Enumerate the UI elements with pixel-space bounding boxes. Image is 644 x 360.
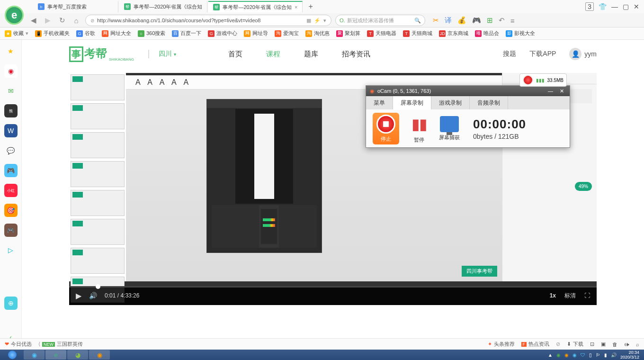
bookmark-item[interactable]: ○360搜索 bbox=[138, 30, 165, 37]
dock-app-icon[interactable]: 熊 bbox=[4, 104, 18, 117]
thumb-item[interactable] bbox=[71, 161, 125, 187]
tray-icon[interactable]: ◉ bbox=[564, 352, 569, 358]
nav-tiku[interactable]: 题库 bbox=[304, 50, 318, 59]
qr-icon[interactable]: ▦ bbox=[306, 18, 311, 24]
bookmark-shortcut[interactable]: ⟨NEW三国群英传 bbox=[38, 341, 83, 348]
thumb-item[interactable] bbox=[71, 103, 125, 129]
pip-icon[interactable]: ⊡ bbox=[590, 341, 594, 347]
souti-link[interactable]: 搜题 bbox=[503, 50, 516, 58]
progress-handle[interactable] bbox=[96, 284, 100, 289]
tab-game-record[interactable]: 游戏录制 bbox=[431, 96, 470, 109]
tab-audio-record[interactable]: 音频录制 bbox=[470, 96, 508, 109]
bookmark-item[interactable]: 网网址导 bbox=[244, 30, 268, 37]
tray-icon[interactable]: ◉ bbox=[572, 352, 577, 358]
reload-icon[interactable]: ↻ bbox=[57, 16, 67, 25]
fullscreen-icon[interactable]: ⛶ bbox=[584, 292, 590, 299]
home-icon[interactable]: ⌂ bbox=[71, 17, 81, 25]
menu-icon[interactable]: ≡ bbox=[510, 17, 515, 25]
taskbar-app[interactable]: ◕ bbox=[67, 350, 88, 360]
dock-xhs-icon[interactable]: 小红 bbox=[4, 184, 18, 197]
bookmark-item[interactable]: 📱手机收藏夹 bbox=[35, 30, 70, 37]
tab-0[interactable]: b事考帮_百度搜索 bbox=[33, 1, 118, 12]
close-icon[interactable]: × bbox=[295, 4, 297, 10]
chat-badge[interactable]: 49% bbox=[575, 182, 592, 191]
dock-word-icon[interactable]: W bbox=[4, 124, 18, 137]
search-icon[interactable]: 🔍 bbox=[414, 18, 421, 24]
download-link[interactable]: ⬇下载 bbox=[567, 341, 583, 348]
dock-mail-icon[interactable]: ✉ bbox=[4, 84, 18, 98]
tray-icon[interactable]: ◉ bbox=[556, 352, 561, 358]
play-icon[interactable]: ▶ bbox=[76, 291, 81, 300]
new-tab-button[interactable]: + bbox=[304, 2, 317, 11]
undo-icon[interactable]: ↶ bbox=[499, 16, 505, 25]
pause-button[interactable]: ▮▮ 暂停 bbox=[408, 114, 430, 144]
bookmark-item[interactable]: G游戏中心 bbox=[208, 30, 237, 37]
apps-icon[interactable]: ⊞ bbox=[487, 16, 493, 25]
dock-star-icon[interactable]: ★ bbox=[4, 45, 18, 58]
taskbar-clock[interactable]: 20:34 2020/3/12 bbox=[620, 350, 639, 360]
tray-icon[interactable]: 🏳 bbox=[596, 352, 600, 358]
skin-icon[interactable]: 👕 bbox=[599, 3, 607, 10]
network-icon[interactable]: ▮ bbox=[604, 352, 607, 358]
tray-icon[interactable]: ▲ bbox=[548, 352, 553, 358]
volume-icon[interactable]: 🔊 bbox=[89, 292, 97, 299]
bookmark-item[interactable]: 网网址大全 bbox=[102, 30, 131, 37]
minimize-icon[interactable]: — bbox=[611, 3, 618, 10]
bookmark-item[interactable]: G谷歌 bbox=[76, 30, 95, 37]
favorites-button[interactable]: ★收藏▾ bbox=[5, 30, 28, 37]
wallet-icon[interactable]: 💰 bbox=[457, 16, 466, 25]
tab-screen-record[interactable]: 屏幕录制 bbox=[393, 96, 431, 110]
progress-bar[interactable] bbox=[69, 286, 597, 288]
dock-game3-icon[interactable]: 🎮 bbox=[4, 224, 18, 237]
nav-course[interactable]: 课程 bbox=[266, 50, 280, 59]
tab-2[interactable]: 帮事考帮—2020年省属《综合知× bbox=[208, 1, 303, 12]
bookmark-item[interactable]: T天猫商城 bbox=[403, 30, 432, 37]
search-engine-icon[interactable]: O. bbox=[340, 18, 345, 23]
stop-button[interactable]: 停止 bbox=[373, 113, 399, 144]
block-icon[interactable]: ⊘ bbox=[556, 341, 560, 347]
game-icon[interactable]: 🎮 bbox=[472, 16, 481, 25]
flash-icon[interactable]: ⚡ bbox=[314, 18, 321, 24]
download-app-link[interactable]: 下载APP bbox=[529, 50, 556, 58]
bookmark-item[interactable]: T天猫电器 bbox=[367, 30, 396, 37]
taskbar-app[interactable]: e bbox=[45, 350, 66, 360]
dock-game2-icon[interactable]: 🎯 bbox=[4, 204, 18, 217]
thumb-item[interactable] bbox=[71, 190, 125, 216]
close-window-icon[interactable]: ✕ bbox=[634, 3, 639, 10]
minimize-icon[interactable]: — bbox=[546, 88, 555, 94]
toutiao-link[interactable]: ✦头条推荐 bbox=[488, 341, 515, 348]
nav-news[interactable]: 招考资讯 bbox=[342, 50, 370, 59]
maximize-icon[interactable]: ▢ bbox=[623, 3, 629, 10]
bookmark-item[interactable]: 百百度一下 bbox=[172, 30, 201, 37]
dock-weibo-icon[interactable]: ◉ bbox=[4, 64, 18, 78]
bookmark-item[interactable]: 唯唯品会 bbox=[475, 30, 499, 37]
thumb-item[interactable] bbox=[71, 132, 125, 158]
window-count[interactable]: 3 bbox=[585, 2, 594, 11]
history-icon[interactable]: 🗑 bbox=[612, 342, 617, 347]
speed-button[interactable]: 1x bbox=[550, 292, 556, 299]
zoom-icon[interactable]: ⌕ bbox=[636, 342, 639, 347]
close-icon[interactable]: ✕ bbox=[558, 88, 566, 94]
browser-logo[interactable]: e bbox=[5, 6, 24, 25]
quality-button[interactable]: 标清 bbox=[564, 292, 576, 300]
capture-button[interactable]: 屏幕捕获 bbox=[439, 116, 460, 141]
sound-icon[interactable]: 🕪 bbox=[624, 342, 629, 347]
location-selector[interactable]: 四川 ▾ bbox=[148, 50, 176, 58]
hotnews-link[interactable]: F热点资讯 bbox=[521, 341, 550, 348]
bookmark-item[interactable]: JD京东商城 bbox=[439, 30, 468, 37]
bookmark-item[interactable]: 聚聚划算 bbox=[336, 30, 360, 37]
bookmark-item[interactable]: 淘淘优惠 bbox=[305, 30, 330, 37]
translate-icon[interactable]: 译 bbox=[445, 16, 452, 25]
forward-icon[interactable]: ▶ bbox=[43, 16, 53, 25]
dock-add-icon[interactable]: ⊕ bbox=[4, 297, 18, 310]
dock-pptv-icon[interactable]: ▷ bbox=[4, 243, 18, 257]
capture-icon[interactable]: ▣ bbox=[601, 341, 606, 347]
site-logo[interactable]: 事考帮 bbox=[69, 46, 107, 62]
user-menu[interactable]: 👤yym bbox=[569, 48, 597, 60]
cut-icon[interactable]: ✂ bbox=[433, 16, 439, 25]
today-picks[interactable]: ❤今日优选 bbox=[5, 341, 32, 348]
nav-home[interactable]: 首页 bbox=[228, 50, 242, 59]
back-icon[interactable]: ◀ bbox=[28, 16, 39, 25]
tab-menu[interactable]: 菜单 bbox=[366, 96, 393, 109]
ocam-window[interactable]: ▮▮▮ 33.5MB ◉ oCam (0, 5, 1361, 763) — ✕ … bbox=[366, 85, 570, 148]
